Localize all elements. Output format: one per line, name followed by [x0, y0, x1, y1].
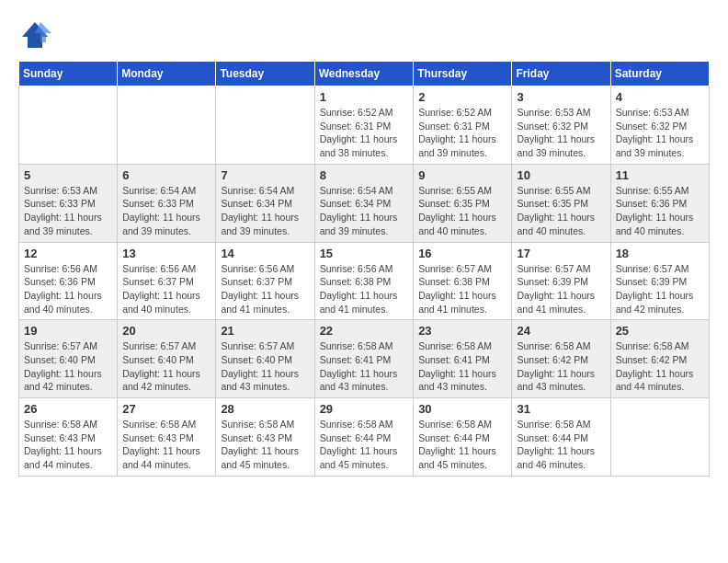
day-info: Sunrise: 6:53 AM Sunset: 6:32 PM Dayligh…	[616, 106, 704, 160]
day-number: 31	[517, 402, 605, 416]
day-number: 16	[418, 247, 506, 260]
calendar-cell: 6Sunrise: 6:54 AM Sunset: 6:33 PM Daylig…	[118, 164, 216, 242]
calendar-cell: 16Sunrise: 6:57 AM Sunset: 6:38 PM Dayli…	[414, 242, 512, 320]
day-info: Sunrise: 6:58 AM Sunset: 6:44 PM Dayligh…	[517, 418, 605, 472]
calendar-cell: 30Sunrise: 6:58 AM Sunset: 6:44 PM Dayli…	[414, 398, 512, 477]
day-info: Sunrise: 6:58 AM Sunset: 6:43 PM Dayligh…	[221, 418, 309, 472]
calendar-week-1: 1Sunrise: 6:52 AM Sunset: 6:31 PM Daylig…	[19, 86, 710, 165]
calendar-cell: 9Sunrise: 6:55 AM Sunset: 6:35 PM Daylig…	[414, 164, 512, 242]
calendar-cell: 4Sunrise: 6:53 AM Sunset: 6:32 PM Daylig…	[610, 86, 709, 165]
calendar-header-saturday: Saturday	[610, 62, 709, 86]
day-info: Sunrise: 6:57 AM Sunset: 6:38 PM Dayligh…	[418, 262, 506, 316]
calendar-cell: 12Sunrise: 6:56 AM Sunset: 6:36 PM Dayli…	[19, 242, 118, 320]
calendar-cell: 10Sunrise: 6:55 AM Sunset: 6:35 PM Dayli…	[512, 164, 610, 242]
logo	[18, 18, 55, 52]
calendar-week-4: 19Sunrise: 6:57 AM Sunset: 6:40 PM Dayli…	[19, 320, 710, 398]
day-number: 7	[221, 168, 309, 182]
calendar-cell: 18Sunrise: 6:57 AM Sunset: 6:39 PM Dayli…	[610, 242, 709, 320]
day-number: 9	[418, 168, 506, 182]
day-info: Sunrise: 6:58 AM Sunset: 6:43 PM Dayligh…	[24, 418, 112, 472]
calendar-header-monday: Monday	[118, 62, 216, 86]
day-number: 26	[24, 402, 112, 416]
calendar-cell: 26Sunrise: 6:58 AM Sunset: 6:43 PM Dayli…	[19, 398, 118, 477]
calendar-table: SundayMondayTuesdayWednesdayThursdayFrid…	[18, 61, 710, 477]
day-info: Sunrise: 6:56 AM Sunset: 6:37 PM Dayligh…	[221, 262, 309, 316]
calendar-cell	[610, 398, 709, 477]
day-number: 24	[517, 324, 605, 338]
calendar-header-sunday: Sunday	[19, 62, 118, 86]
day-info: Sunrise: 6:55 AM Sunset: 6:35 PM Dayligh…	[418, 184, 506, 238]
day-info: Sunrise: 6:57 AM Sunset: 6:39 PM Dayligh…	[616, 262, 704, 316]
calendar-cell: 25Sunrise: 6:58 AM Sunset: 6:42 PM Dayli…	[610, 320, 709, 398]
calendar-header-wednesday: Wednesday	[314, 62, 414, 86]
day-number: 2	[418, 90, 506, 104]
calendar-cell: 28Sunrise: 6:58 AM Sunset: 6:43 PM Dayli…	[216, 398, 314, 477]
calendar-header-tuesday: Tuesday	[216, 62, 314, 86]
day-info: Sunrise: 6:54 AM Sunset: 6:33 PM Dayligh…	[122, 184, 210, 238]
calendar-week-5: 26Sunrise: 6:58 AM Sunset: 6:43 PM Dayli…	[19, 398, 710, 477]
day-number: 29	[320, 402, 409, 416]
day-number: 22	[320, 324, 409, 338]
calendar-cell: 23Sunrise: 6:58 AM Sunset: 6:41 PM Dayli…	[414, 320, 512, 398]
day-number: 5	[24, 168, 112, 182]
calendar-cell: 14Sunrise: 6:56 AM Sunset: 6:37 PM Dayli…	[216, 242, 314, 320]
calendar-cell: 3Sunrise: 6:53 AM Sunset: 6:32 PM Daylig…	[512, 86, 610, 165]
calendar-cell: 29Sunrise: 6:58 AM Sunset: 6:44 PM Dayli…	[314, 398, 414, 477]
day-info: Sunrise: 6:58 AM Sunset: 6:44 PM Dayligh…	[320, 418, 409, 472]
page-header	[18, 18, 710, 52]
calendar-cell: 22Sunrise: 6:58 AM Sunset: 6:41 PM Dayli…	[314, 320, 414, 398]
calendar-cell: 15Sunrise: 6:56 AM Sunset: 6:38 PM Dayli…	[314, 242, 414, 320]
calendar-header-friday: Friday	[512, 62, 610, 86]
calendar-cell	[118, 86, 216, 165]
day-number: 25	[616, 324, 704, 338]
day-info: Sunrise: 6:56 AM Sunset: 6:37 PM Dayligh…	[122, 262, 210, 316]
calendar-cell: 2Sunrise: 6:52 AM Sunset: 6:31 PM Daylig…	[414, 86, 512, 165]
calendar-week-2: 5Sunrise: 6:53 AM Sunset: 6:33 PM Daylig…	[19, 164, 710, 242]
day-info: Sunrise: 6:53 AM Sunset: 6:32 PM Dayligh…	[517, 106, 605, 160]
calendar-cell	[19, 86, 118, 165]
day-number: 12	[24, 247, 112, 260]
day-info: Sunrise: 6:56 AM Sunset: 6:36 PM Dayligh…	[24, 262, 112, 316]
day-number: 6	[122, 168, 210, 182]
day-number: 28	[221, 402, 309, 416]
day-number: 27	[122, 402, 210, 416]
calendar-cell: 13Sunrise: 6:56 AM Sunset: 6:37 PM Dayli…	[118, 242, 216, 320]
day-number: 3	[517, 90, 605, 104]
day-number: 17	[517, 247, 605, 260]
day-info: Sunrise: 6:57 AM Sunset: 6:40 PM Dayligh…	[221, 339, 309, 394]
calendar-header-thursday: Thursday	[414, 62, 512, 86]
day-number: 10	[517, 168, 605, 182]
day-info: Sunrise: 6:58 AM Sunset: 6:41 PM Dayligh…	[320, 339, 409, 394]
calendar-cell: 21Sunrise: 6:57 AM Sunset: 6:40 PM Dayli…	[216, 320, 314, 398]
day-info: Sunrise: 6:52 AM Sunset: 6:31 PM Dayligh…	[320, 106, 409, 160]
day-info: Sunrise: 6:58 AM Sunset: 6:44 PM Dayligh…	[418, 418, 506, 472]
calendar-week-3: 12Sunrise: 6:56 AM Sunset: 6:36 PM Dayli…	[19, 242, 710, 320]
calendar-cell: 8Sunrise: 6:54 AM Sunset: 6:34 PM Daylig…	[314, 164, 414, 242]
day-info: Sunrise: 6:57 AM Sunset: 6:40 PM Dayligh…	[122, 339, 210, 394]
calendar-cell: 20Sunrise: 6:57 AM Sunset: 6:40 PM Dayli…	[118, 320, 216, 398]
day-info: Sunrise: 6:53 AM Sunset: 6:33 PM Dayligh…	[24, 184, 112, 238]
day-number: 21	[221, 324, 309, 338]
day-info: Sunrise: 6:52 AM Sunset: 6:31 PM Dayligh…	[418, 106, 506, 160]
day-number: 14	[221, 247, 309, 260]
day-number: 1	[320, 90, 409, 104]
day-number: 8	[320, 168, 409, 182]
day-info: Sunrise: 6:56 AM Sunset: 6:38 PM Dayligh…	[320, 262, 409, 316]
calendar-cell	[216, 86, 314, 165]
calendar-cell: 7Sunrise: 6:54 AM Sunset: 6:34 PM Daylig…	[216, 164, 314, 242]
day-info: Sunrise: 6:54 AM Sunset: 6:34 PM Dayligh…	[320, 184, 409, 238]
day-info: Sunrise: 6:58 AM Sunset: 6:41 PM Dayligh…	[418, 339, 506, 394]
logo-icon	[18, 18, 51, 52]
day-info: Sunrise: 6:58 AM Sunset: 6:43 PM Dayligh…	[122, 418, 210, 472]
day-number: 15	[320, 247, 409, 260]
calendar-cell: 24Sunrise: 6:58 AM Sunset: 6:42 PM Dayli…	[512, 320, 610, 398]
calendar-cell: 17Sunrise: 6:57 AM Sunset: 6:39 PM Dayli…	[512, 242, 610, 320]
day-info: Sunrise: 6:57 AM Sunset: 6:39 PM Dayligh…	[517, 262, 605, 316]
calendar-cell: 1Sunrise: 6:52 AM Sunset: 6:31 PM Daylig…	[314, 86, 414, 165]
day-info: Sunrise: 6:54 AM Sunset: 6:34 PM Dayligh…	[221, 184, 309, 238]
calendar-cell: 5Sunrise: 6:53 AM Sunset: 6:33 PM Daylig…	[19, 164, 118, 242]
calendar-cell: 19Sunrise: 6:57 AM Sunset: 6:40 PM Dayli…	[19, 320, 118, 398]
day-number: 20	[122, 324, 210, 338]
calendar-cell: 27Sunrise: 6:58 AM Sunset: 6:43 PM Dayli…	[118, 398, 216, 477]
day-number: 19	[24, 324, 112, 338]
